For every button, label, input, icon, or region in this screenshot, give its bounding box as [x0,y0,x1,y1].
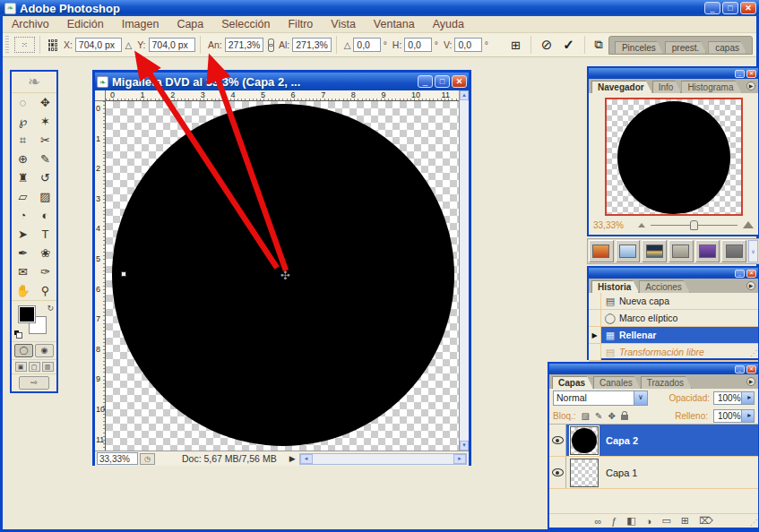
crop-tool-icon[interactable]: ⌗ [12,131,34,150]
lock-transparency-icon[interactable]: ▨ [582,411,590,421]
history-state-row[interactable]: ◯Marco elíptico [589,310,758,327]
preset-thumb-sunset[interactable] [642,240,667,262]
menu-item-imagen[interactable]: Imagen [113,18,168,30]
layers-menu-icon[interactable]: ▶ [746,377,755,386]
slice-tool-icon[interactable]: ✂ [34,131,56,150]
close-button[interactable]: ✕ [740,2,756,14]
navigator-titlebar[interactable]: _ ✕ [589,68,758,79]
delete-layer-icon[interactable]: ⌦ [699,515,713,527]
history-state-row[interactable]: ▤Transformación libre [589,344,758,361]
history-source-column[interactable]: ▶ [589,327,601,343]
height-input[interactable]: 271,3% [292,38,332,52]
fullscreen-menubar-button[interactable]: ▢ [29,362,40,372]
preset-thumb-gray[interactable] [721,240,746,262]
standard-mode-button[interactable]: ◯ [14,344,33,357]
layer-row[interactable]: Capa 1 [549,457,758,489]
layer-row[interactable]: Capa 2 [549,425,758,457]
maximize-button[interactable]: □ [722,2,738,14]
palette-well-tab-Pinceles[interactable]: Pinceles [615,41,663,54]
navigator-tab-navegador[interactable]: Navegador [591,81,652,93]
menu-item-filtro[interactable]: Filtro [279,18,322,30]
adjustment-layer-icon[interactable]: ◑ [646,516,652,527]
lock-all-icon[interactable] [621,415,628,420]
swap-colors-icon[interactable]: ↻ [47,304,54,313]
preset-thumb-photo[interactable] [668,240,694,262]
magic-wand-tool-icon[interactable]: ✶ [34,112,56,131]
menu-item-capa[interactable]: Capa [168,18,212,30]
zoom-tool-icon[interactable]: ⚲ [34,281,56,300]
menu-item-ayuda[interactable]: Ayuda [424,18,473,30]
scroll-left-icon[interactable]: ◄ [300,454,313,464]
layers-minimize-button[interactable]: _ [735,365,745,373]
layers-titlebar[interactable]: _ ✕ [549,364,758,374]
palette-well-tab-preest[interactable]: preest. [665,41,707,54]
layers-tab-trazados[interactable]: Trazados [641,376,692,389]
eye-icon[interactable] [552,468,564,476]
tool-preset-picker[interactable]: ⁙ [14,37,35,53]
doc-close-button[interactable]: ✕ [452,75,467,88]
layer-group-icon[interactable]: ▭ [661,515,670,527]
healing-brush-tool-icon[interactable]: ⊕ [12,150,34,168]
horizontal-scrollbar[interactable]: ◄ ► [299,453,467,465]
commit-transform-icon[interactable]: ✓ [563,37,574,53]
history-tab-historia[interactable]: Historia [591,280,639,293]
status-arrow-icon[interactable]: ▶ [289,454,296,463]
reference-point-locator[interactable] [48,39,57,51]
new-layer-icon[interactable]: ⊞ [681,515,689,527]
layer-visibility-cell[interactable] [549,425,566,456]
zoom-out-icon[interactable] [638,223,645,227]
v-skew-input[interactable]: 0,0 [454,38,481,52]
doc-minimize-button[interactable]: _ [418,75,433,88]
move-tool-icon[interactable]: ✥ [34,93,56,112]
quick-mask-mode-button[interactable]: ◉ [35,344,54,357]
resize-grip-icon[interactable]: ⋰ [750,519,757,527]
history-source-column[interactable] [589,293,601,309]
fill-chevron-icon[interactable]: ▸ [741,410,754,422]
horizontal-ruler[interactable]: 01234567891011 [106,90,459,101]
width-input[interactable]: 271,3% [225,38,264,52]
navigator-zoom-value[interactable]: 33,33% [593,220,633,230]
layer-thumbnail[interactable] [570,426,599,455]
transform-edge-handle[interactable] [121,271,126,277]
navigator-proxy-view[interactable] [605,98,743,216]
elliptical-marquee-tool-icon[interactable]: ◌ [12,93,34,112]
navigator-close-button[interactable]: ✕ [746,70,756,78]
history-close-button[interactable]: ✕ [746,270,756,278]
x-input[interactable]: 704,0 px [75,38,123,52]
preset-thumb-orange-gradient[interactable] [589,240,614,262]
layer-visibility-cell[interactable] [549,457,566,488]
fill-control[interactable]: 100% ▸ [713,409,755,423]
warp-mode-icon[interactable]: ⊞ [511,39,521,52]
blend-mode-select[interactable]: Normal ∨ [553,390,648,406]
lasso-tool-icon[interactable]: ℘ [12,112,34,131]
opacity-control[interactable]: 100% ▸ [713,391,755,405]
default-colors-icon[interactable] [14,330,22,339]
preset-thumb-blue-gradient[interactable] [616,240,641,262]
palette-well-tab-capas[interactable]: capas [708,41,746,54]
link-layers-icon[interactable]: ∞ [594,516,601,527]
menu-item-edición[interactable]: Edición [58,18,113,30]
h-skew-input[interactable]: 0,0 [404,38,431,52]
type-tool-icon[interactable]: T [34,225,56,244]
menu-item-ventana[interactable]: Ventana [365,18,424,30]
zoom-input[interactable]: 33,33% [97,452,138,465]
resize-grip-icon[interactable]: ⋰ [750,349,757,357]
cancel-transform-icon[interactable]: ⊘ [541,37,553,53]
doc-maximize-button[interactable]: □ [435,75,450,88]
relative-position-toggle[interactable]: △ [125,40,132,50]
eyedropper-tool-icon[interactable]: ✑ [34,262,56,281]
scroll-down-icon[interactable]: ▼ [460,441,469,450]
gradient-tool-icon[interactable]: ▨ [34,187,56,206]
scroll-up-icon[interactable]: ▲ [460,90,469,100]
preset-thumb-purple-gradient[interactable] [695,240,720,262]
rotate-input[interactable]: 0,0 [353,38,380,52]
history-state-row[interactable]: ▤Nueva capa [589,293,758,310]
transform-reference-point-icon[interactable]: ✣ [280,269,290,282]
menu-item-archivo[interactable]: Archivo [3,18,58,30]
status-menu-icon[interactable]: ◷ [140,453,155,465]
path-selection-tool-icon[interactable]: ➤ [12,225,34,244]
zoom-slider-thumb[interactable] [690,220,698,230]
y-input[interactable]: 704,0 px [149,38,196,52]
history-brush-tool-icon[interactable]: ↺ [34,168,56,187]
jump-to-imageready-button[interactable]: ⇨ [19,376,49,390]
